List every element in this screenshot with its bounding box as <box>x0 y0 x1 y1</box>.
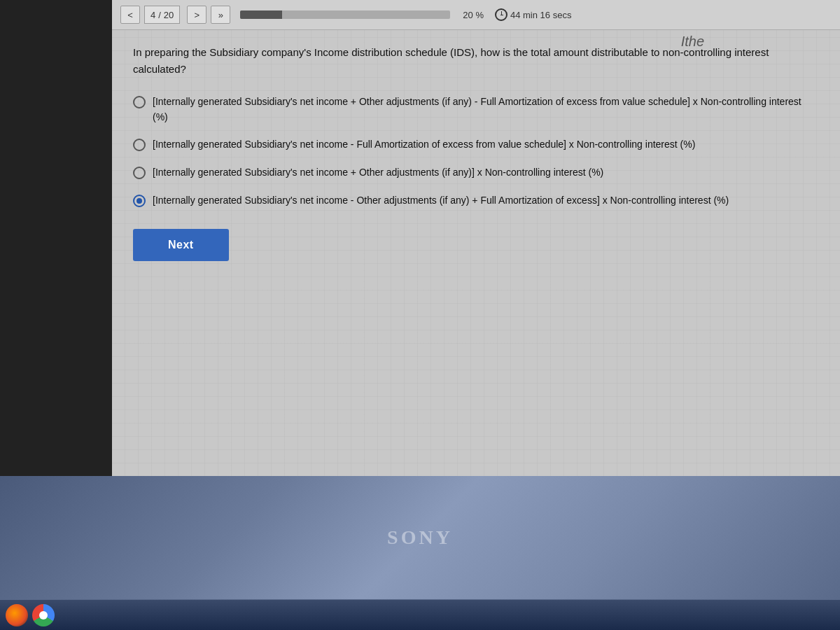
page-separator: / <box>158 10 161 20</box>
options-list: [Internally generated Subsidiary's net i… <box>133 94 819 208</box>
radio-b[interactable] <box>133 139 146 151</box>
radio-d[interactable] <box>133 195 146 207</box>
chrome-icon[interactable] <box>32 604 55 626</box>
timer: 44 min 16 secs <box>495 8 571 21</box>
next-button[interactable]: Next <box>133 229 229 261</box>
next-nav-button[interactable]: > <box>187 6 206 24</box>
question-content: In preparing the Subsidiary company's In… <box>112 30 840 275</box>
timer-icon <box>495 8 507 21</box>
radio-c[interactable] <box>133 167 146 179</box>
bottom-area: SONY <box>0 476 840 599</box>
option-d[interactable]: [Internally generated Subsidiary's net i… <box>133 193 819 209</box>
prev-button[interactable]: < <box>120 6 140 24</box>
option-d-text: [Internally generated Subsidiary's net i… <box>153 193 729 209</box>
question-text: In preparing the Subsidiary company's In… <box>133 44 819 78</box>
firefox-icon[interactable] <box>6 604 28 626</box>
sony-brand: SONY <box>387 526 453 549</box>
timer-label: 44 min 16 secs <box>510 10 571 20</box>
progress-bar-fill <box>240 10 282 19</box>
option-c-text: [Internally generated Subsidiary's net i… <box>153 165 603 181</box>
option-a[interactable]: [Internally generated Subsidiary's net i… <box>133 94 819 125</box>
overlay-ithe-text: Ithe <box>681 34 704 50</box>
taskbar <box>0 599 840 630</box>
option-a-text: [Internally generated Subsidiary's net i… <box>153 94 819 125</box>
toolbar: < 4 / 20 > » 20 % 44 min 16 secs <box>112 0 840 30</box>
percent-label: 20 % <box>463 10 484 20</box>
option-c[interactable]: [Internally generated Subsidiary's net i… <box>133 165 819 181</box>
monitor: < 4 / 20 > » 20 % 44 min 16 secs In prep… <box>0 0 840 630</box>
page-total: 20 <box>164 10 174 20</box>
progress-bar-container <box>240 10 450 19</box>
left-sidebar <box>0 0 112 476</box>
option-b[interactable]: [Internally generated Subsidiary's net i… <box>133 137 819 153</box>
quiz-area: < 4 / 20 > » 20 % 44 min 16 secs In prep… <box>112 0 840 476</box>
page-indicator: 4 / 20 <box>144 6 180 24</box>
last-nav-button[interactable]: » <box>211 6 230 24</box>
page-current: 4 <box>150 10 155 20</box>
option-b-text: [Internally generated Subsidiary's net i… <box>153 137 695 153</box>
radio-a[interactable] <box>133 96 146 108</box>
